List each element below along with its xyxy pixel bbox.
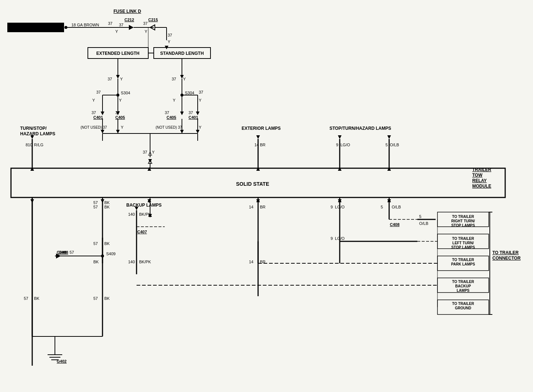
trailer-tow-relay-label4: MODULE [472,184,491,189]
wire-57-bk-1: 57 [93,205,98,209]
y-center: Y [152,150,155,154]
c407-label: C407 [137,230,147,234]
turn-stop-hazard-label: TURN/STOP/ [20,126,47,131]
y-sl: Y [92,98,95,102]
c212-label: C212 [124,18,134,22]
to-trailer-left-turn-3: STOP LAMPS [451,245,475,249]
wire-37-3: 37 [143,21,148,26]
y-label-vert: Y [168,39,171,44]
bk-2: BK [104,241,110,246]
wire-18ga-label: 18 GA BROWN [71,23,99,27]
w37-c401r: 37 [189,110,193,115]
c405-left-label: C405 [115,115,125,120]
lgo-2: LG/O [335,236,345,241]
not-used-2: (NOT USED) 37 [156,125,182,129]
wire-5-olb-bot: 5 [381,205,383,209]
wire-5-olb-top: 5 [385,143,388,147]
to-trailer-backup-1: TO TRAILER [452,280,474,284]
c408-top-label: C408 [390,222,399,227]
stop-turn-hazard-label: STOP/TURN/HAZARD LAMPS [329,126,391,131]
extended-length-label: EXTENDED LENGTH [96,51,139,56]
to-trailer-left-turn-1: TO TRAILER [452,237,474,241]
wire-14-br-bot: 14 [249,205,253,209]
c405-right-label: C405 [167,115,176,120]
fuse-link-label: FUSE LINK D [113,9,141,14]
w57-c408: 57 [70,250,74,255]
to-trailer-right-turn-3: STOP LAMPS [451,223,475,227]
y-nu1: Y [121,125,124,129]
olb-bot: O/LB [392,205,401,209]
w37-sr: 37 [199,90,203,94]
y-label-1: Y [115,29,118,34]
wire-9-lgo-2: 9 [331,236,333,241]
olb-color-top: O/LB [390,143,399,147]
wire-140-bkpk-2: 140 [128,260,135,264]
to-trailer-backup-3: LAMPS [457,289,470,293]
s304-right-label: S304 [185,91,194,95]
wire-5-c408: 5 [419,214,421,219]
c401-left-label: C401 [93,115,103,120]
y-label-2: Y [145,29,148,34]
olb-right: O/LB [419,221,428,226]
bk-center: BK [104,296,110,301]
w37-c401l: 37 [92,110,96,115]
w37-left: 37 [108,77,112,81]
wire-37-vert: 37 [168,33,172,37]
lgo-color-top: LG/O [340,143,350,147]
wire-9-lgo-bot: 9 [331,205,333,209]
svg-point-79 [101,255,104,257]
to-trailer-right-turn-2: RIGHT TURN/ [451,219,475,223]
wire-37-1: 37 [108,21,112,26]
br-color-top: BR [260,143,265,147]
exterior-lamps-label: EXTERIOR LAMPS [242,126,281,131]
to-trailer-ground-1: TO TRAILER [452,302,474,306]
y-right: Y [183,77,186,81]
bkpk-1: BK/PK [139,212,151,216]
wiring-diagram: HOT AT ALL TIMES 18 GA BROWN 37 C212 37 … [0,0,533,392]
trailer-tow-relay-label3: RELAY [472,178,487,183]
wire-140-bkpk-1: 140 [128,212,135,216]
standard-length-label: STANDARD LENGTH [160,51,204,56]
y-sl2: Y [119,98,122,102]
y-nu2: Y [199,125,202,129]
wire-57-bk-2: 57 [93,241,98,246]
svg-rect-0 [0,0,533,392]
hot-at-all-times-label: HOT AT ALL TIMES [17,26,54,30]
w37-c405r: 37 [165,110,169,115]
g402-label: G402 [57,359,67,363]
to-trailer-left-turn-2: LEFT TURN/ [452,241,474,245]
wire-810-rlg: 810 [26,143,32,147]
bkpk-2: BK/PK [139,260,151,264]
bk-s409: BK [93,260,99,264]
br-bot: BR [260,205,265,209]
y-sr2: Y [173,98,176,102]
bk-1-label: BK [104,200,110,205]
to-trailer-backup-2: BACKUP [455,284,471,288]
w37-c405l: 37 [115,110,120,115]
bk-1: BK [104,205,110,209]
to-trailer-connector-1: TO TRAILER [492,250,519,255]
c408-2nd-label: C408 [59,250,68,255]
s304-left-label: S304 [121,91,130,95]
to-trailer-park-2: PARK LAMPS [451,262,475,266]
c215-label: C215 [148,18,158,22]
s409-label: S409 [106,252,116,256]
bk-left: BK [34,296,40,301]
w37-right: 37 [172,77,176,81]
wire-57-bk-center: 57 [93,296,98,301]
w37-center: 37 [143,150,147,154]
lgo-bot: LG/O [335,205,345,209]
y-sr: Y [199,98,202,102]
c401-right-label: C401 [189,115,198,120]
not-used-1: (NOT USED) 37 [81,125,107,129]
wire-rlg-color: R/LG [34,143,44,147]
turn-stop-hazard-label2: HAZARD LAMPS [20,131,55,136]
to-trailer-connector-2: CONNECTOR [492,256,521,261]
wire-57-1-label: 57 [93,200,98,205]
wire-57-bk-left: 57 [24,296,28,301]
to-trailer-right-turn-1: TO TRAILER [452,215,474,219]
to-trailer-park-1: TO TRAILER [452,258,474,262]
trailer-tow-relay-label1: TRAILER [472,167,491,172]
w37-sl: 37 [96,90,101,94]
backup-lamps-label: BACKUP LAMPS [126,203,161,208]
